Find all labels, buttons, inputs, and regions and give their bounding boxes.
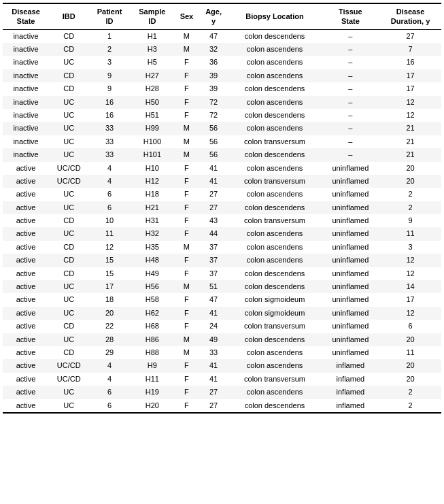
cell-biopsy-location: colon transversum [228,135,321,148]
cell-age: 24 [199,320,228,333]
cell-biopsy-location: colon transversum [228,175,321,188]
table-row: activeUC18H58F47colon sigmoideumuninflam… [3,293,441,306]
cell-disease-duration: 2 [379,201,441,214]
cell-patient-id: 15 [89,267,131,280]
table-row: inactiveCD2H3M32colon ascendens–7 [3,43,441,56]
cell-tissue-state: uninflamed [322,293,380,306]
cell-patient-id: 20 [89,307,131,320]
cell-sex: M [174,333,199,346]
table-row: inactiveUC33H101M56colon descendens–21 [3,148,441,161]
cell-disease-duration: 2 [379,188,441,201]
cell-biopsy-location: colon descendens [228,109,321,122]
cell-disease-state: active [3,307,49,320]
cell-tissue-state: – [322,29,380,43]
cell-age: 39 [199,69,228,82]
cell-age: 72 [199,109,228,122]
cell-disease-duration: 21 [379,122,441,135]
cell-sex: M [174,135,199,148]
cell-sex: F [174,254,199,267]
table-row: activeCD12H35M37colon ascendensuninflame… [3,241,441,254]
cell-patient-id: 29 [89,346,131,359]
cell-disease-state: active [3,188,49,201]
cell-sex: F [174,69,199,82]
cell-sample-id: H56 [131,280,175,293]
cell-disease-duration: 2 [379,386,441,399]
cell-age: 41 [199,373,228,386]
cell-sample-id: H58 [131,293,175,306]
cell-disease-state: active [3,373,49,386]
cell-tissue-state: – [322,82,380,95]
cell-sex: F [174,82,199,95]
cell-sex: M [174,122,199,135]
col-header-disease-state: DiseaseState [3,3,49,29]
cell-sample-id: H19 [131,386,175,399]
table-row: activeUC28H86M49colon descendensuninflam… [3,333,441,346]
cell-disease-state: active [3,267,49,280]
cell-sex: F [174,188,199,201]
cell-patient-id: 15 [89,254,131,267]
cell-sample-id: H18 [131,188,175,201]
cell-sex: M [174,346,199,359]
cell-ibd: CD [49,214,88,227]
table-row: inactiveUC16H51F72colon descendens–12 [3,109,441,122]
cell-ibd: UC [49,333,88,346]
cell-sex: F [174,267,199,280]
cell-disease-state: active [3,293,49,306]
cell-sex: F [174,386,199,399]
table-row: activeUC/CD4H10F41colon ascendensuninfla… [3,162,441,175]
cell-age: 41 [199,307,228,320]
cell-biopsy-location: colon descendens [228,267,321,280]
cell-tissue-state: – [322,148,380,161]
cell-sex: F [174,96,199,109]
cell-age: 51 [199,280,228,293]
cell-ibd: UC/CD [49,373,88,386]
cell-biopsy-location: colon transversum [228,373,321,386]
cell-ibd: UC [49,386,88,399]
cell-age: 72 [199,96,228,109]
cell-ibd: UC/CD [49,162,88,175]
cell-patient-id: 4 [89,175,131,188]
cell-sample-id: H31 [131,214,175,227]
cell-disease-duration: 27 [379,29,441,43]
cell-disease-duration: 11 [379,227,441,240]
cell-sex: F [174,175,199,188]
cell-patient-id: 6 [89,386,131,399]
cell-sample-id: H11 [131,373,175,386]
table-row: inactiveUC3H5F36colon ascendens–16 [3,56,441,69]
cell-patient-id: 18 [89,293,131,306]
cell-tissue-state: inflamed [322,399,380,413]
table-row: inactiveUC33H100M56colon transversum–21 [3,135,441,148]
cell-biopsy-location: colon ascendens [228,56,321,69]
cell-patient-id: 1 [89,29,131,43]
cell-tissue-state: uninflamed [322,254,380,267]
cell-biopsy-location: colon ascendens [228,241,321,254]
cell-biopsy-location: colon sigmoideum [228,307,321,320]
cell-ibd: CD [49,69,88,82]
cell-disease-state: active [3,386,49,399]
cell-sample-id: H100 [131,135,175,148]
cell-sample-id: H49 [131,267,175,280]
cell-ibd: CD [49,43,88,56]
cell-age: 43 [199,214,228,227]
cell-age: 56 [199,135,228,148]
cell-disease-state: active [3,162,49,175]
cell-biopsy-location: colon descendens [228,29,321,43]
cell-patient-id: 16 [89,96,131,109]
cell-age: 27 [199,399,228,413]
cell-ibd: CD [49,346,88,359]
table-row: activeUC6H21F27colon descendensuninflame… [3,201,441,214]
cell-tissue-state: uninflamed [322,333,380,346]
cell-ibd: CD [49,29,88,43]
cell-disease-duration: 7 [379,43,441,56]
table-row: activeUC6H19F27colon ascendensinflamed2 [3,386,441,399]
cell-biopsy-location: colon ascendens [228,359,321,372]
cell-sex: F [174,359,199,372]
cell-ibd: UC [49,399,88,413]
cell-tissue-state: uninflamed [322,307,380,320]
cell-biopsy-location: colon ascendens [228,227,321,240]
cell-tissue-state: – [322,135,380,148]
cell-ibd: UC [49,148,88,161]
cell-patient-id: 33 [89,135,131,148]
cell-patient-id: 11 [89,227,131,240]
cell-patient-id: 2 [89,43,131,56]
